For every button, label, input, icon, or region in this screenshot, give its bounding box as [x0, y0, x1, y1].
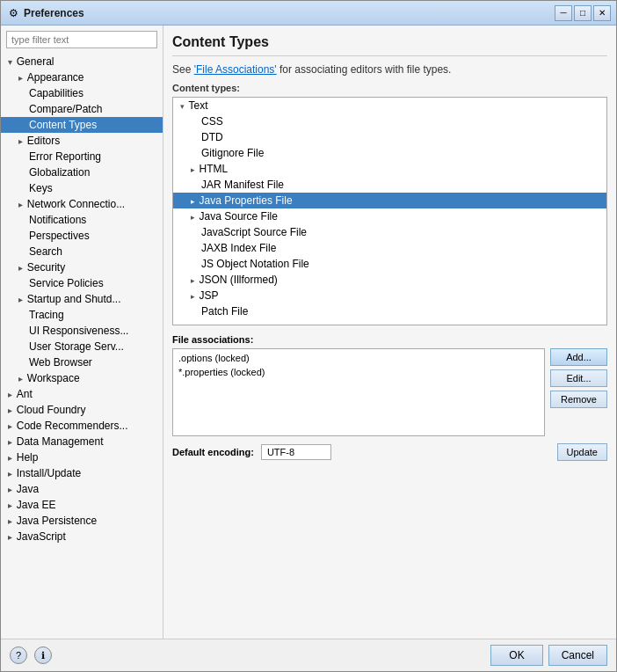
- window-icon: ⚙: [6, 6, 20, 20]
- description-prefix: See: [172, 63, 194, 76]
- tree-item-cloud-foundry[interactable]: ▸ Cloud Foundry: [1, 402, 163, 418]
- tree-item-service-policies[interactable]: Service Policies: [1, 275, 163, 291]
- tree-item-notifications[interactable]: Notifications: [1, 212, 163, 228]
- arrow-right-icon: ▸: [18, 136, 25, 146]
- remove-button[interactable]: Remove: [550, 391, 607, 408]
- tree-item-keys[interactable]: Keys: [1, 180, 163, 196]
- tree-item-label: Cloud Foundry: [17, 404, 86, 416]
- ct-item-label: Text: [189, 99, 208, 112]
- ct-item-label: Gitignore File: [201, 147, 264, 159]
- ok-button[interactable]: OK: [490, 645, 542, 666]
- tree-item-network-connections[interactable]: ▸ Network Connectio...: [1, 196, 163, 212]
- add-button[interactable]: Add...: [550, 348, 607, 366]
- info-icon[interactable]: ℹ: [34, 646, 52, 664]
- tree-item-label: Error Reporting: [29, 150, 101, 163]
- tree-item-security[interactable]: ▸ Security: [1, 259, 163, 275]
- fa-item[interactable]: .options (locked): [175, 351, 542, 365]
- tree-item-ui-responsiveness[interactable]: UI Responsiveness...: [1, 323, 163, 339]
- tree-item-workspace[interactable]: ▸ Workspace: [1, 370, 163, 386]
- tree-item-globalization[interactable]: Globalization: [1, 164, 163, 180]
- tree-item-capabilities[interactable]: Capabilities: [1, 85, 163, 101]
- ct-item-css[interactable]: CSS: [173, 113, 606, 129]
- tree-item-general[interactable]: ▾ General: [1, 54, 163, 69]
- tree-item-perspectives[interactable]: Perspectives: [1, 228, 163, 244]
- arrow-right-icon: ▸: [191, 197, 198, 206]
- tree-item-error-reporting[interactable]: Error Reporting: [1, 149, 163, 164]
- tree-item-java-persistence[interactable]: ▸ Java Persistence: [1, 513, 163, 529]
- ct-item-jsp[interactable]: ▸ JSP: [173, 288, 606, 303]
- tree-item-user-storage[interactable]: User Storage Serv...: [1, 339, 163, 354]
- ct-item-java-source[interactable]: ▸ Java Source File: [173, 208, 606, 224]
- description: See 'File Associations' for associating …: [172, 63, 607, 76]
- ct-item-label: JAXB Index File: [201, 242, 276, 254]
- help-icon[interactable]: ?: [10, 646, 27, 664]
- tree-item-label: Java Persistence: [17, 515, 97, 527]
- minimize-button[interactable]: ─: [555, 5, 572, 21]
- content-types-box[interactable]: ▾ TextCSSDTDGitignore File▸ HTMLJAR Mani…: [172, 97, 607, 325]
- close-button[interactable]: ✕: [593, 5, 611, 21]
- arrow-right-icon: ▸: [18, 200, 25, 209]
- tree-item-label: Network Connectio...: [27, 198, 125, 210]
- tree-item-label: Ant: [17, 388, 33, 400]
- file-assoc-list[interactable]: .options (locked)*.properties (locked): [172, 348, 545, 436]
- ct-item-jar-manifest[interactable]: JAR Manifest File: [173, 177, 606, 193]
- fa-item[interactable]: *.properties (locked): [175, 365, 542, 379]
- file-assoc-section: File associations: .options (locked)*.pr…: [172, 334, 607, 436]
- arrow-right-icon: ▸: [18, 374, 25, 383]
- ct-item-text[interactable]: ▾ Text: [173, 98, 606, 113]
- tree-item-label: Data Management: [17, 435, 104, 448]
- tree-item-compare-patch[interactable]: Compare/Patch: [1, 101, 163, 117]
- ct-item-dtd[interactable]: DTD: [173, 129, 606, 145]
- edit-button[interactable]: Edit...: [550, 369, 607, 387]
- arrow-down-icon: ▾: [8, 57, 15, 67]
- arrow-right-icon: ▸: [8, 500, 15, 510]
- file-associations-link[interactable]: 'File Associations': [194, 63, 277, 76]
- tree-item-tracing[interactable]: Tracing: [1, 307, 163, 323]
- tree-item-label: JavaScript: [17, 530, 66, 543]
- ct-item-label: JS Object Notation File: [201, 258, 309, 270]
- arrow-right-icon: ▸: [191, 276, 198, 285]
- ct-item-js-object[interactable]: JS Object Notation File: [173, 256, 606, 272]
- tree-item-label: Globalization: [29, 166, 90, 179]
- tree-item-startup-shutdown[interactable]: ▸ Startup and Shutd...: [1, 291, 163, 307]
- tree-item-code-recommenders[interactable]: ▸ Code Recommenders...: [1, 418, 163, 434]
- tree-item-javascript[interactable]: ▸ JavaScript: [1, 529, 163, 544]
- tree-item-java-ee[interactable]: ▸ Java EE: [1, 497, 163, 513]
- arrow-right-icon: ▸: [18, 263, 25, 273]
- ct-item-label: JSON (Illformed): [200, 274, 278, 286]
- arrow-right-icon: ▸: [191, 213, 198, 222]
- filter-input[interactable]: [6, 31, 157, 48]
- ct-item-json[interactable]: ▸ JSON (Illformed): [173, 272, 606, 288]
- tree-item-web-browser[interactable]: Web Browser: [1, 354, 163, 370]
- tree-item-appearance[interactable]: ▸ Appearance: [1, 69, 163, 85]
- tree-item-ant[interactable]: ▸ Ant: [1, 386, 163, 402]
- ct-item-java-properties[interactable]: ▸ Java Properties File: [173, 193, 606, 208]
- tree-item-content-types[interactable]: Content Types: [1, 117, 163, 133]
- tree-item-label: Web Browser: [29, 356, 92, 369]
- tree-container: ▾ General▸ AppearanceCapabilitiesCompare…: [1, 54, 163, 544]
- arrow-right-icon: ▸: [191, 292, 198, 301]
- arrow-right-icon: ▸: [8, 532, 15, 542]
- tree-item-search[interactable]: Search: [1, 244, 163, 259]
- tree-item-help[interactable]: ▸ Help: [1, 449, 163, 465]
- tree-item-label: Help: [17, 451, 39, 464]
- ct-item-jaxb-index[interactable]: JAXB Index File: [173, 240, 606, 256]
- ct-item-gitignore[interactable]: Gitignore File: [173, 145, 606, 161]
- maximize-button[interactable]: □: [574, 5, 592, 21]
- tree-item-install-update[interactable]: ▸ Install/Update: [1, 465, 163, 481]
- tree-item-java[interactable]: ▸ Java: [1, 481, 163, 497]
- tree-item-label: Keys: [29, 182, 53, 194]
- tree-scroll-area[interactable]: ▾ General▸ AppearanceCapabilitiesCompare…: [1, 54, 163, 639]
- tree-item-data-management[interactable]: ▸ Data Management: [1, 434, 163, 449]
- right-panel: Content Types See 'File Associations' fo…: [163, 26, 616, 639]
- ct-item-html[interactable]: ▸ HTML: [173, 161, 606, 177]
- arrow-right-icon: ▸: [8, 485, 15, 494]
- ct-item-javascript-source[interactable]: JavaScript Source File: [173, 224, 606, 240]
- tree-item-editors[interactable]: ▸ Editors: [1, 133, 163, 149]
- cancel-button[interactable]: Cancel: [548, 645, 607, 666]
- ct-item-patch[interactable]: Patch File: [173, 303, 606, 319]
- ct-item-label: JSP: [200, 289, 219, 302]
- update-encoding-button[interactable]: Update: [557, 443, 607, 461]
- assoc-buttons: Add... Edit... Remove: [550, 348, 607, 436]
- encoding-input[interactable]: [261, 444, 331, 460]
